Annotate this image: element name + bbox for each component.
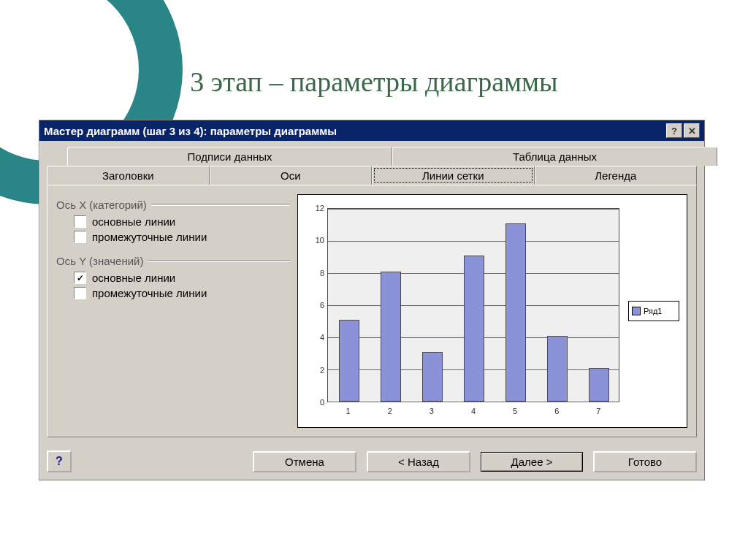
y-tick-label: 12: [310, 204, 324, 212]
chart-bar: [589, 368, 609, 402]
x-tick-label: 3: [430, 407, 434, 415]
chart-bar: [464, 256, 484, 402]
x-tick-label: 6: [554, 407, 559, 415]
legend-swatch-icon: [632, 307, 641, 315]
x-tick-label: 1: [346, 407, 351, 415]
x-tick-label: 7: [596, 407, 600, 415]
finish-button[interactable]: Готово: [593, 451, 697, 472]
x-axis-group-header: Ось X (категорий): [56, 199, 290, 211]
tab-gridlines[interactable]: Линии сетки: [372, 166, 535, 185]
y-tick-label: 0: [310, 398, 324, 407]
cancel-button[interactable]: Отмена: [253, 451, 356, 472]
y-tick-label: 8: [310, 269, 324, 277]
checkbox-icon: [74, 287, 86, 299]
dialog-button-row: ? Отмена < Назад Далее > Готово: [39, 445, 704, 480]
titlebar: Мастер диаграмм (шаг 3 из 4): параметры …: [39, 120, 704, 141]
x-major-gridlines-row[interactable]: основные линии: [74, 215, 290, 228]
x-tick-label: 4: [471, 407, 476, 415]
chart-bar: [422, 352, 443, 402]
x-axis-group-label: Ось X (категорий): [56, 199, 147, 211]
gridlines-options: Ось X (категорий) основные линии промежу…: [56, 194, 297, 428]
y-axis-group-label: Ось Y (значений): [56, 255, 143, 267]
y-major-label: основные линии: [92, 272, 175, 284]
y-tick-label: 10: [310, 236, 324, 245]
next-button[interactable]: Далее >: [481, 452, 583, 472]
x-minor-label: промежуточные линии: [92, 231, 207, 243]
x-tick-label: 2: [388, 407, 392, 415]
y-tick-label: 4: [310, 333, 324, 342]
chart-plot-area: 0246810121234567: [327, 208, 619, 402]
y-minor-gridlines-row[interactable]: промежуточные линии: [74, 287, 290, 299]
checkbox-icon: [74, 215, 86, 228]
help-button[interactable]: ?: [47, 450, 72, 472]
tabstrip: Подписи данных Таблица данных Заголовки …: [39, 141, 704, 185]
chart-bar: [505, 223, 526, 402]
x-major-label: основные линии: [92, 215, 175, 228]
x-minor-gridlines-row[interactable]: промежуточные линии: [74, 231, 290, 243]
chart-bar: [547, 336, 568, 402]
help-titlebar-button[interactable]: ?: [666, 123, 682, 138]
tab-panel: Ось X (категорий) основные линии промежу…: [47, 185, 697, 437]
x-tick-label: 5: [513, 407, 517, 415]
checkbox-icon: [74, 231, 86, 243]
tab-axes[interactable]: Оси: [210, 166, 373, 185]
y-tick-label: 2: [310, 366, 324, 375]
y-tick-label: 6: [310, 301, 324, 310]
checkbox-icon: [74, 272, 86, 284]
y-major-gridlines-row[interactable]: основные линии: [74, 272, 290, 284]
chart-bar: [381, 272, 401, 402]
chart-bar: [339, 320, 359, 402]
tab-data-labels[interactable]: Подписи данных: [67, 147, 392, 166]
tab-legend[interactable]: Легенда: [535, 166, 698, 185]
legend-label: Ряд1: [644, 307, 662, 315]
wizard-dialog: Мастер диаграмм (шаг 3 из 4): параметры …: [39, 120, 705, 480]
y-axis-group-header: Ось Y (значений): [56, 255, 290, 267]
chart-preview: 0246810121234567 Ряд1: [297, 194, 687, 428]
y-minor-label: промежуточные линии: [92, 287, 207, 299]
chart-legend: Ряд1: [628, 301, 679, 321]
window-title: Мастер диаграмм (шаг 3 из 4): параметры …: [44, 125, 666, 137]
back-button[interactable]: < Назад: [367, 451, 470, 472]
close-titlebar-button[interactable]: ✕: [684, 123, 700, 138]
slide-title: 3 этап – параметры диаграммы: [0, 66, 748, 98]
tab-titles[interactable]: Заголовки: [47, 166, 210, 185]
help-icon: ?: [56, 455, 63, 468]
tab-data-table[interactable]: Таблица данных: [392, 147, 717, 166]
